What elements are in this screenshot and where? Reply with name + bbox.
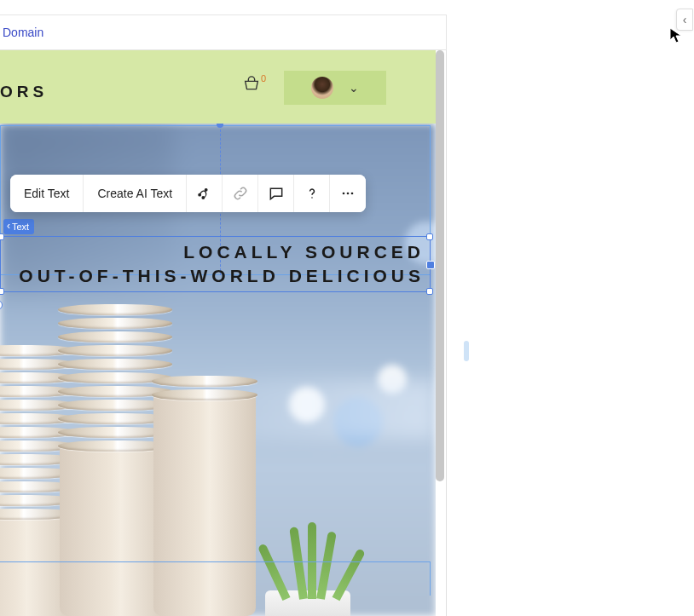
editor-canvas[interactable]: ORS 0 ⌄ [0,50,447,616]
editor-top-bar: Domain [0,14,447,50]
cart-count-badge: 0 [261,73,266,83]
create-ai-text-button[interactable]: Create AI Text [84,175,187,212]
svg-point-6 [351,193,354,195]
link-icon [232,185,249,202]
hero-line-2: Out-of-this-world Delicious [0,264,425,288]
brand-text-fragment: ORS [0,83,48,101]
resize-handle[interactable] [426,233,433,240]
section-selection-outline [0,561,431,596]
hero-line-1: Locally Sourced [0,240,425,264]
svg-point-1 [205,189,207,192]
resize-handle[interactable] [0,233,4,240]
more-button[interactable] [330,175,366,212]
member-login-button[interactable]: ⌄ [284,71,386,105]
element-type-chip[interactable]: Text [3,219,34,234]
comment-icon [268,185,285,202]
svg-point-3 [311,197,313,199]
panel-scrollbar[interactable] [464,341,469,361]
svg-point-0 [199,193,201,196]
cart-button[interactable]: 0 [242,76,269,95]
mouse-cursor [669,27,683,44]
help-button[interactable] [294,175,330,212]
animation-button[interactable] [187,175,223,212]
chevron-down-icon: ⌄ [349,81,359,95]
hero-section: Text Locally Sourced Out-of-this-world D… [0,124,436,616]
svg-point-4 [343,193,345,195]
avatar [311,77,333,99]
resize-handle[interactable] [426,288,433,295]
cart-icon [242,76,261,95]
link-button[interactable] [223,175,258,212]
connect-domain-link[interactable]: Domain [3,26,43,39]
site-header-strip: ORS 0 ⌄ [0,50,436,124]
edit-text-button[interactable]: Edit Text [10,175,84,212]
element-toolbar: Edit Text Create AI Text [10,175,366,212]
resize-handle[interactable] [0,288,4,295]
svg-point-5 [347,193,350,195]
animation-icon [196,185,213,202]
svg-point-2 [202,197,205,199]
comment-button[interactable] [258,175,294,212]
more-icon [339,185,356,202]
hero-headline-text[interactable]: Locally Sourced Out-of-this-world Delici… [0,240,425,289]
resize-handle[interactable] [426,261,435,269]
canvas-scrollbar[interactable] [436,50,444,481]
help-icon [304,185,321,202]
